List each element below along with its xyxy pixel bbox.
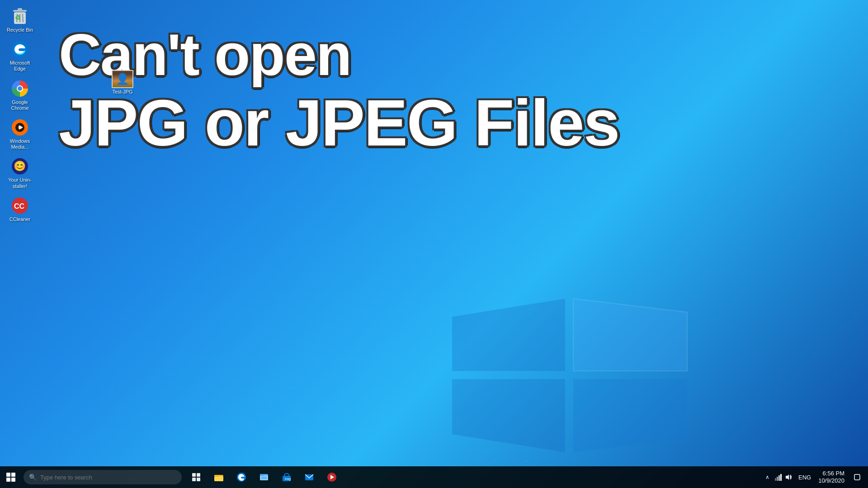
windows-logo-watermark: Windows 10 <box>452 299 714 463</box>
ccleaner-image: CC <box>11 197 29 215</box>
svg-rect-37 <box>778 475 780 481</box>
file-explorer-icon <box>214 472 224 482</box>
svg-rect-36 <box>777 477 778 481</box>
recycle-bin-image: ♻ <box>11 7 29 25</box>
chrome-image <box>11 80 29 98</box>
microsoft-edge-icon[interactable]: Microsoft Edge <box>4 38 36 75</box>
start-button[interactable] <box>0 466 22 488</box>
svg-line-6 <box>23 14 23 22</box>
test-jpg-file[interactable]: Test-JPG <box>106 70 139 94</box>
test-jpg-label: Test-JPG <box>112 89 132 94</box>
svg-text:bag: bag <box>285 477 291 481</box>
network-icon[interactable] <box>774 473 783 482</box>
clock-time: 6:56 PM <box>823 470 844 477</box>
tray-icons <box>772 473 795 482</box>
svg-rect-38 <box>780 474 782 481</box>
language-indicator[interactable]: ENG <box>797 474 813 481</box>
overlay-line2: JPG or JPEG Files <box>59 87 868 160</box>
search-icon: 🔍 <box>29 474 37 481</box>
desktop-icons: ♻ Recycle Bin Microsoft Edge <box>4 5 36 225</box>
ccleaner-icon[interactable]: CC CCleaner <box>4 194 36 225</box>
uninst-image: 😊 <box>11 157 29 175</box>
clock-date: 10/9/2020 <box>818 477 844 484</box>
svg-rect-35 <box>775 478 776 481</box>
edge-taskbar-icon <box>236 472 246 482</box>
edge-taskbar-button[interactable] <box>231 466 252 488</box>
svg-rect-26 <box>260 475 268 480</box>
recycle-bin-label: Recycle Bin <box>7 27 33 33</box>
tray-overflow-button[interactable]: ∧ <box>764 474 770 480</box>
svg-point-8 <box>12 41 28 57</box>
store-button[interactable]: bag <box>276 466 297 488</box>
svg-rect-23 <box>214 475 218 477</box>
ccleaner-label: CCleaner <box>9 216 30 222</box>
file-explorer-button[interactable] <box>208 466 230 488</box>
mail-button[interactable] <box>298 466 320 488</box>
svg-rect-18 <box>197 473 200 477</box>
start-pane-bl <box>6 478 10 482</box>
windows-media-icon[interactable]: Windows Media... <box>4 116 36 153</box>
svg-marker-39 <box>786 474 789 480</box>
file-manager-icon <box>259 472 269 482</box>
task-view-icon <box>192 473 201 482</box>
system-tray: ∧ <box>764 466 868 488</box>
svg-rect-22 <box>214 476 223 481</box>
svg-text:CC: CC <box>14 202 25 210</box>
taskbar-apps: bag <box>185 466 343 488</box>
red-app-button[interactable] <box>321 466 343 488</box>
start-pane-tr <box>11 473 15 477</box>
svg-rect-17 <box>192 473 196 477</box>
start-pane-br <box>11 478 15 482</box>
svg-rect-2 <box>18 8 22 10</box>
task-view-button[interactable] <box>185 466 207 488</box>
edge-label: Microsoft Edge <box>5 60 34 72</box>
svg-rect-27 <box>260 474 264 476</box>
svg-rect-20 <box>197 478 200 481</box>
chrome-label: Google Chrome <box>5 99 34 111</box>
taskbar-search[interactable]: 🔍 <box>24 470 182 484</box>
google-chrome-icon[interactable]: Google Chrome <box>4 77 36 114</box>
test-jpg-thumbnail <box>112 70 133 88</box>
volume-icon[interactable] <box>784 473 793 482</box>
your-uninstaller-icon[interactable]: 😊 Your Unin-staller! <box>4 155 36 192</box>
taskbar: 🔍 <box>0 466 868 488</box>
svg-text:♻: ♻ <box>15 14 21 21</box>
red-app-icon <box>327 472 337 482</box>
svg-rect-19 <box>192 478 196 481</box>
overlay-line1: Can't open <box>59 23 868 87</box>
start-icon <box>6 473 15 482</box>
file-manager-button[interactable] <box>253 466 275 488</box>
clock[interactable]: 6:56 PM 10/9/2020 <box>815 470 848 484</box>
media-label: Windows Media... <box>5 138 34 150</box>
overlay-text: Can't open JPG or JPEG Files <box>59 23 868 160</box>
notification-button[interactable] <box>850 466 864 488</box>
edge-image <box>11 40 29 58</box>
start-pane-tl <box>6 473 10 477</box>
search-input[interactable] <box>40 474 176 481</box>
store-icon: bag <box>282 472 292 482</box>
svg-text:😊: 😊 <box>14 160 26 172</box>
uninst-label: Your Unin-staller! <box>5 177 34 189</box>
media-image <box>11 118 29 136</box>
mail-icon <box>304 472 314 482</box>
desktop: Windows 10 Can't open JPG or JPEG Files <box>0 0 868 488</box>
svg-text:Windows 10: Windows 10 <box>466 455 622 461</box>
svg-rect-40 <box>854 474 860 480</box>
recycle-bin-icon[interactable]: ♻ Recycle Bin <box>4 5 36 36</box>
